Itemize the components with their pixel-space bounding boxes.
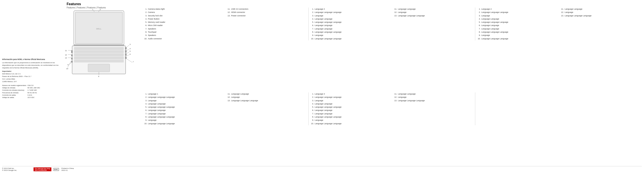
item-text: Language [148,119,156,122]
company-name: Dell México S.A. de C.V. [2,73,62,75]
spec-label: Voltaje de entrada: [2,86,28,89]
item-number: 2. [144,96,147,99]
item-text: Language Language Language [315,122,342,125]
bottom-col4-list: 11.Language Language12.Language13.Langua… [394,92,473,102]
list-item: 2.Language Language Language [310,11,390,14]
item-number: 2. [144,11,147,14]
copyright2: © 2013 Google Inc. [2,169,32,171]
list-item: 6.Language Language [310,109,390,112]
svg-rect-17 [125,50,126,52]
item-number: 6. [477,24,480,27]
item-number: 9. [144,34,147,37]
svg-text:12: 12 [65,54,67,56]
spec-label: Voltaje de salida: [2,96,28,99]
top-col6-list: 11.Language Language12.Language13.Langua… [560,8,640,18]
item-text: Language [148,99,156,102]
item-text: Language Language Language [398,99,425,102]
item-text: Language Language Language [315,96,342,99]
list-item: 9.Language [144,119,223,122]
list-item: 1.Language 1 [144,92,223,96]
list-item: 8.Touchpad [144,30,223,34]
item-text: Language Language Language [481,11,508,14]
item-text: Language [398,11,406,14]
item-text: Language Language [315,24,332,27]
item-number: 5. [310,21,314,24]
item-number: 3. [144,99,147,102]
svg-rect-7 [74,50,124,53]
item-number: 8. [144,30,147,34]
item-number: 4. [310,102,314,106]
top-col6: 11.Language Language12.Language13.Langua… [559,8,642,40]
spec-value: 3.16 A [28,94,41,96]
list-item: 10.Language Language Language [310,122,390,125]
item-number: 1. [477,8,480,11]
list-item: 1.Language 2 [310,8,390,11]
list-item: 9.Speakers [144,34,223,37]
item-text: Language Language [315,112,332,116]
item-number: 7. [144,112,147,116]
item-number: 10. [144,122,147,125]
item-number: 6. [144,109,147,112]
list-item: 11.Language Language [394,8,473,11]
item-number: 11. [394,92,397,96]
list-item: 5.Memory card reader [144,21,223,24]
bottom-col2: 11.Language Language12.Language13.Langua… [225,92,308,125]
bottom-features-container: 1.Language 12.Language Language Language… [142,92,642,125]
svg-text:DELL: DELL [96,28,102,30]
item-number: 1. [144,92,147,96]
item-text: Language Language [398,92,416,96]
list-item: 13.Language Language Language [560,14,640,18]
list-item: 4.Language Language [310,102,390,106]
list-item: 11.Language Language [227,92,306,96]
page: Features Features | Features | Features … [0,0,644,173]
item-number: 12. [227,11,230,14]
item-number: 1. [310,8,314,11]
laptop-diagram: DELL 1 [62,8,138,90]
item-number: 1. [310,92,314,96]
spec-label: Corriente de entrada (máxima): [2,89,28,91]
list-item: 10.Language Language Language [144,122,223,125]
item-text: Language Language Language [148,116,175,119]
item-number: 3. [144,14,147,18]
list-item: 11.USB 3.0 connectors [227,8,306,11]
footer-eac: EAC [54,168,59,171]
svg-text:7: 7 [133,61,134,63]
item-number: 4. [310,18,314,21]
item-text: Security lock slot [148,14,162,18]
list-item: 12.HDMI connector [227,11,306,14]
list-item: 7.Language Language [310,27,390,30]
list-item: 2.Camera [144,11,223,14]
item-text: Language Language Language [231,99,258,102]
printed-text: Printed in China. [62,168,74,169]
item-number: 12. [227,96,230,99]
item-text: Language Language [565,8,582,11]
svg-text:4: 4 [130,48,131,50]
item-text: Micro SIM reader [148,24,163,27]
svg-rect-8 [74,54,124,56]
item-text: Language Language [481,27,499,30]
list-item: 9.Language [310,119,390,122]
item-text: Language Language Language [481,37,508,40]
item-number: 9. [310,119,314,122]
top-col3-list: 1.Language 22.Language Language Language… [310,8,390,40]
item-number: 7. [477,27,480,30]
item-text: Language Language Language [315,116,342,119]
item-text: Speakers [148,34,156,37]
spec-value: 50 Hz–60 Hz [28,92,41,94]
svg-rect-11 [88,64,110,72]
svg-text:1: 1 [92,8,93,10]
top-col2-list: 11.USB 3.0 connectors12.HDMI connector13… [227,8,306,18]
svg-text:13: 13 [65,57,67,59]
item-number: 11. [394,8,397,11]
svg-rect-15 [71,61,73,62]
svg-text:3: 3 [130,44,130,45]
item-text: USB 3.0 connectors [231,8,248,11]
item-number: 12. [560,11,564,14]
list-item: 12.Language [394,11,473,14]
list-item: 6.Language Language [310,24,390,27]
list-item: 5.Language Language Language [477,21,557,24]
svg-rect-9 [74,57,124,59]
list-item: 9.Language [477,34,557,37]
item-text: Language Language [398,8,416,11]
item-number: 2. [477,11,480,14]
